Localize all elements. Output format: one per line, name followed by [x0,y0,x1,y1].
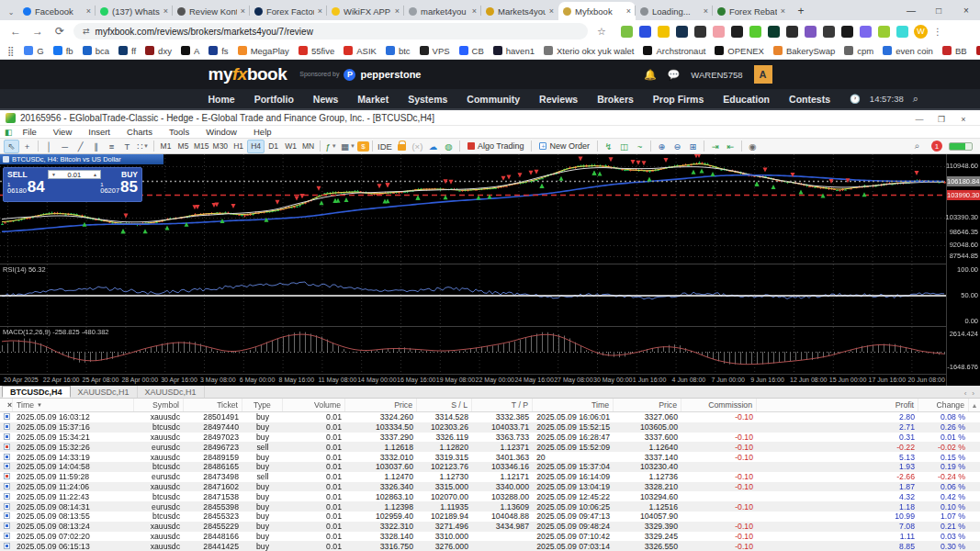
table-row[interactable]: 2025.05.09 11:59:28eurusdc28473498sell0.… [0,472,980,482]
extension-icon-11[interactable] [823,26,835,38]
bookmark-17[interactable]: BakerySwap [773,46,835,56]
lock-icon[interactable] [394,140,410,153]
tab-close-icon[interactable]: × [86,6,91,16]
chart-tab-scroll[interactable]: ‹› [964,389,980,398]
nav-item-contests[interactable]: Contests [789,94,830,105]
messages-icon[interactable]: 💬 [668,69,681,81]
extension-icon-1[interactable] [639,26,651,38]
column-header-tp-7[interactable]: T / P [472,399,533,411]
zoom-out-icon[interactable]: ⊖ [670,140,685,153]
shift-end-icon[interactable]: ⇥ [707,140,723,153]
browser-tab-4[interactable]: WikiFX APP - Apl...× [327,2,404,20]
tab-close-icon[interactable]: × [781,6,785,16]
bookmark-10[interactable]: btc [386,46,411,56]
bookmark-6[interactable]: fs [208,46,228,56]
extension-icon-7[interactable] [749,26,761,38]
bookmark-21[interactable]: ksei [976,46,980,56]
tab-close-icon[interactable]: × [549,6,554,16]
table-row[interactable]: 2025.05.09 15:32:26eurusdc28496723sell0.… [0,442,980,452]
tab-close-icon[interactable]: × [395,6,400,16]
column-header-volume-4[interactable]: Volume [283,399,345,411]
menu-window[interactable]: Window [197,127,245,137]
nav-item-community[interactable]: Community [467,94,520,105]
bookmark-11[interactable]: VPS [420,46,450,56]
browser-tab-6[interactable]: Markets4you Rev...× [481,2,558,20]
menu-file[interactable]: File [15,127,45,137]
market-watch-icon[interactable]: ~ [632,140,648,153]
notifications-bell-icon[interactable]: 🔔 [644,69,657,81]
timeframe-mn[interactable]: MN [299,140,317,153]
extension-icon-5[interactable] [713,26,725,38]
browser-tab-9[interactable]: Forex Rebates | E...× [713,2,790,20]
column-header-time-0[interactable]: Time▼ [13,399,134,411]
table-row[interactable]: 2025.05.09 11:22:43btcusdc28471538buy0.0… [0,491,980,501]
timeframe-d1[interactable]: D1 [265,140,282,153]
cursor-icon[interactable]: ⇖ [4,140,19,153]
site-search-icon[interactable]: ⌕ [913,93,918,105]
tab-close-icon[interactable]: × [704,6,708,16]
browser-tab-8[interactable]: Loading...× [636,2,713,20]
community-icon[interactable]: ◍ [441,140,456,153]
extension-icon-12[interactable] [841,26,853,38]
browser-tab-3[interactable]: Forex Factory | Fo...× [250,2,327,20]
reload-icon[interactable]: ⟳ [51,25,68,38]
myfxbook-logo[interactable]: myfxbook [208,64,287,84]
table-row[interactable]: 2025.05.09 08:14:31eurusdc28455398buy0.0… [0,501,980,512]
table-row[interactable]: 2025.05.09 15:37:16btcusdc28497440buy0.0… [0,422,980,433]
bookmark-2[interactable]: bca [83,46,109,56]
tile-windows-icon[interactable]: ⊞ [685,140,701,153]
column-header-profit-11[interactable]: Profit [757,399,918,411]
table-row[interactable]: 2025.05.09 11:24:06xauusdc28471602buy0.0… [0,482,980,492]
column-header-price-5[interactable]: Price [345,399,417,411]
table-close-icon[interactable]: × [0,399,13,411]
bookmark-12[interactable]: CB [459,46,484,56]
nav-item-education[interactable]: Education [723,94,770,105]
menu-insert[interactable]: Insert [80,127,118,137]
volume-stepper[interactable]: ▼ 0.01 ▲ [48,170,101,179]
buy-price[interactable]: 106207 85 [100,180,138,194]
timeframe-h1[interactable]: H1 [230,140,247,153]
volume-down-icon[interactable]: ▼ [49,172,59,177]
bookmark-18[interactable]: cpm [844,46,873,56]
url-box[interactable]: ⇄ myfxbook.com/reviews/brokers/markets4y… [73,23,588,39]
screenshot-camera-icon[interactable]: ◉ [745,140,760,153]
table-row[interactable]: 2025.05.09 14:33:19xauusdc28489159buy0.0… [0,452,980,462]
column-header-time-8[interactable]: Time [533,399,614,411]
column-header-sl-6[interactable]: S / L [417,399,472,411]
bookmark-8[interactable]: 55five [299,46,334,56]
scroll-right-icon[interactable]: › [972,389,974,398]
bookmark-star-icon[interactable]: ☆ [597,26,606,38]
table-row[interactable]: 2025.05.09 08:13:24xauusdc28455229buy0.0… [0,522,980,532]
text-icon[interactable]: T [119,140,135,153]
bookmark-20[interactable]: BB [942,46,967,56]
new-tab-button[interactable]: + [794,4,808,18]
timeframe-h4[interactable]: H4 [247,140,265,153]
metaeditor-ide-button[interactable]: IDE [376,140,394,153]
menu-charts[interactable]: Charts [118,127,161,137]
table-row[interactable]: 2025.05.09 06:15:13xauusdc28441425buy0.0… [0,541,980,551]
zoom-in-icon[interactable]: ⊕ [654,140,670,153]
volume-value[interactable]: 0.01 [59,171,90,179]
column-header-symbol-1[interactable]: Symbol [134,399,184,411]
quick-trade-icon[interactable]: $ [357,141,369,152]
menu-help[interactable]: Help [245,127,280,137]
vertical-line-icon[interactable]: │ [41,140,57,153]
chart-tab-2[interactable]: XAUUSDc,H1 [138,386,205,398]
extension-icon-2[interactable] [658,26,670,38]
table-row[interactable]: 2025.05.09 16:03:12xauusdc28501491buy0.0… [0,412,980,422]
auto-scroll-icon[interactable]: ⇤ [723,140,738,153]
chart-type-icon[interactable]: ▦▼ [339,140,357,153]
browser-menu-icon[interactable]: ⋮ [933,27,943,37]
browser-tab-2[interactable]: Review Kontes M...× [173,2,250,20]
extension-icon-4[interactable] [694,26,706,38]
cloud-upload-icon[interactable]: ☁ [425,140,441,153]
bookmark-0[interactable]: G [24,46,43,56]
column-header-ticket-2[interactable]: Ticket [184,399,242,411]
mt-minimize-button[interactable]: — [908,115,930,124]
bookmark-9[interactable]: ASIK [344,46,377,56]
channel-icon[interactable]: ∥ [88,140,104,153]
table-row[interactable]: 2025.05.09 07:02:20xauusdc28448166buy0.0… [0,532,980,542]
window-maximize-button[interactable]: □ [925,6,952,16]
window-close-button[interactable]: × [952,6,980,16]
user-avatar[interactable]: A [754,65,772,84]
